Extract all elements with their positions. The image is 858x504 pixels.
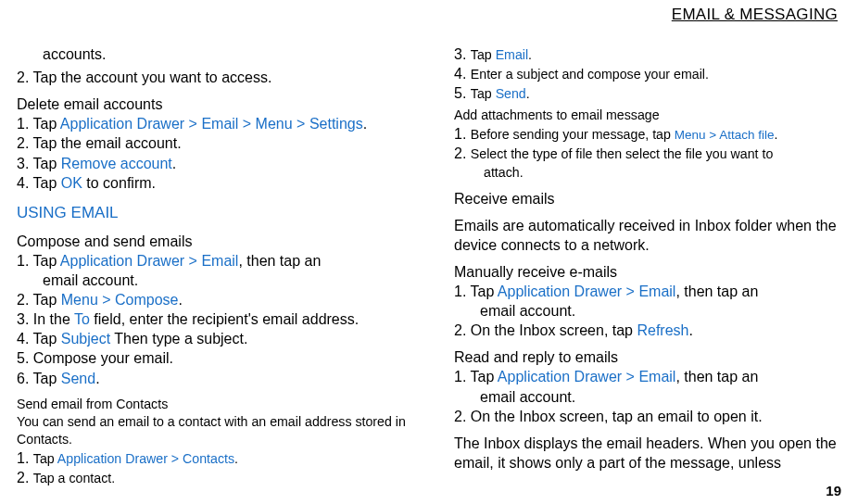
list-item-cont: email account. [454,301,841,321]
list-item: 1. Tap Application Drawer > Email, then … [454,282,841,301]
subheading-read-reply: Read and reply to emails [454,347,841,367]
text: . [234,451,238,466]
ui-action: Send [496,86,526,101]
list-item: 2. Tap the account you want to access. [17,68,428,87]
subheading-send-contacts: Send email from Contacts [17,396,428,413]
text: Before sending your message, tap [471,127,675,142]
subheading-compose: Compose and send emails [17,232,428,251]
subheading-receive: Receive emails [454,189,841,208]
list-item-cont: attach. [454,164,841,182]
list-item: 5. Tap Send. [454,83,841,103]
list-item: 2. Tap a contact. [17,468,428,487]
list-item: 1. Tap Application Drawer > Contacts. [17,448,428,468]
text: . [526,86,530,101]
ui-action: Remove account [61,156,172,171]
list-item: 3. Tap Remove account. [17,154,428,173]
list-item: 1. Before sending your message, tap Menu… [454,124,841,144]
list-item: 2. On the Inbox screen, tap Refresh. [454,321,841,340]
list-item: 6. Tap Send. [17,369,428,388]
text: . [172,156,176,171]
text: 3. In the [17,311,74,327]
num: 2. [17,470,33,485]
ui-action: OK [61,175,82,191]
list-item: 3. In the To field, enter the recipient'… [17,309,428,329]
subheading-delete: Delete email accounts [17,94,428,114]
text: field, enter the recipient's email addre… [90,311,359,327]
list-item: 1. Tap Application Drawer > Email > Menu… [17,114,428,133]
num: 1. [17,450,33,466]
text: 1. Tap [454,284,498,299]
text-fragment: accounts. [17,44,428,64]
paragraph: Emails are automatically received in Inb… [454,216,841,255]
ui-action: Email [496,47,528,62]
ui-path: Application Drawer > Email [498,369,676,384]
section-heading-using-email: USING EMAIL [17,204,428,222]
page-header: EMAIL & MESSAGING [17,0,841,24]
text: . [95,371,99,386]
left-column: accounts. 2. Tap the account you want to… [17,44,428,487]
num: 1. [454,126,471,142]
text: 3. Tap [17,156,61,171]
num: 2. [454,145,471,161]
right-column: 3. Tap Email. 4. Enter a subject and com… [454,44,841,487]
text: . [178,292,182,308]
text: , then tap an [675,369,758,384]
text: 2. Tap [17,292,61,308]
text: Tap a contact. [33,471,115,485]
ui-path: Application Drawer > Email [498,284,676,299]
list-item: 4. Tap OK to confirm. [17,173,428,193]
ui-field: Subject [61,331,110,346]
list-item: 2. Select the type of file then select t… [454,144,841,163]
list-item-cont: email account. [17,271,428,290]
ui-field: To [74,311,90,327]
ui-action: Refresh [637,322,688,338]
text: 4. Tap [17,331,61,346]
list-item: 5. Compose your email. [17,348,428,368]
text: 1. Tap [17,116,60,132]
ui-path: Menu > Attach file [675,128,775,142]
text: 4. Tap [17,175,61,191]
content-columns: accounts. 2. Tap the account you want to… [17,44,841,487]
text: to confirm. [82,175,156,191]
text: 1. Tap [17,253,60,269]
text: 1. Tap [454,369,498,384]
ui-path: Application Drawer > Email > Menu > Sett… [60,116,363,132]
list-item: 2. Tap the email account. [17,133,428,153]
list-item: 1. Tap Application Drawer > Email, then … [17,251,428,271]
text: Enter a subject and compose your email. [471,67,709,82]
paragraph: You can send an email to a contact with … [17,413,428,448]
text: . [775,127,778,142]
list-item-cont: email account. [454,387,841,407]
list-item: 4. Tap Subject Then type a subject. [17,329,428,348]
list-item: 4. Enter a subject and compose your emai… [454,64,841,83]
paragraph-tail: The Inbox displays the email headers. Wh… [454,434,841,472]
text: Select the type of file then select the … [471,146,774,161]
text: 6. Tap [17,371,61,386]
ui-action: Send [61,371,95,386]
subheading-attachments: Add attachments to email message [454,107,841,124]
num: 4. [454,66,471,82]
list-item: 1. Tap Application Drawer > Email, then … [454,367,841,386]
text: Tap [33,451,57,466]
text: 2. On the Inbox screen, tap [454,322,637,338]
text: . [688,322,692,338]
text: Then type a subject. [110,331,247,346]
num: 5. [454,85,471,101]
ui-path: Application Drawer > Email [60,253,239,269]
text: . [528,47,532,62]
subheading-manual-receive: Manually receive e-mails [454,262,841,282]
page-number: 19 [826,483,841,498]
text: , then tap an [238,253,321,269]
ui-path: Application Drawer > Contacts [57,451,234,466]
list-item: 2. Tap Menu > Compose. [17,290,428,309]
list-item: 3. Tap Email. [454,44,841,64]
list-item: 2. On the Inbox screen, tap an email to … [454,407,841,426]
text: Tap [471,86,496,101]
header-title: EMAIL & MESSAGING [672,6,838,23]
ui-path: Menu > Compose [61,292,179,308]
num: 3. [454,46,471,62]
text: . [363,116,367,132]
text: Tap [471,47,496,62]
text: , then tap an [675,284,758,299]
